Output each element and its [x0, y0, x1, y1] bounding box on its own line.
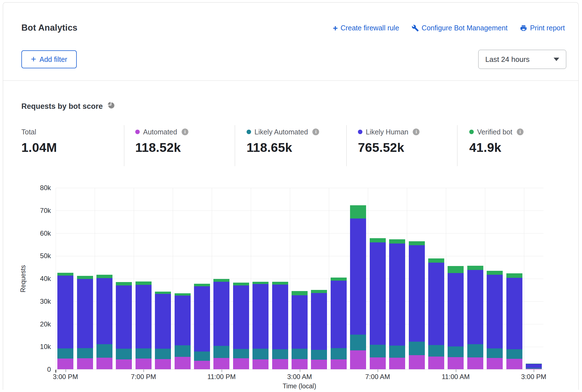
bar-group[interactable] — [446, 188, 465, 369]
bar-segment-likely-human — [292, 295, 308, 349]
bar-group[interactable] — [114, 188, 134, 369]
stacked-bar — [526, 364, 542, 369]
bar-segment-verified-bot — [428, 258, 444, 263]
bar-group[interactable] — [504, 188, 524, 369]
bar-segment-automated — [487, 358, 503, 369]
bar-segment-likely-automated — [467, 344, 483, 357]
bar-segment-likely-human — [96, 278, 112, 344]
x-tick-mark — [66, 370, 66, 372]
bar-segment-likely-automated — [487, 348, 503, 358]
bar-group[interactable] — [427, 188, 446, 369]
bar-segment-verified-bot — [272, 282, 288, 285]
bar-segment-automated — [389, 358, 405, 369]
bar-group[interactable] — [270, 188, 290, 369]
y-axis-title: Requests — [19, 245, 27, 312]
info-icon[interactable]: i — [413, 129, 419, 135]
bar-segment-verified-bot — [233, 283, 249, 286]
bar-segment-likely-automated — [136, 348, 152, 359]
bar-group[interactable] — [524, 188, 543, 369]
bar-segment-likely-human — [77, 279, 93, 348]
create-firewall-rule-label: Create firewall rule — [340, 24, 399, 32]
print-report-link[interactable]: Print report — [520, 24, 565, 32]
bar-segment-likely-human — [194, 286, 210, 352]
bar-group[interactable] — [290, 188, 309, 369]
bar-group[interactable] — [407, 188, 426, 369]
bar-group[interactable] — [329, 188, 348, 369]
stacked-bar — [155, 292, 171, 369]
stat-label: Automated — [143, 128, 177, 136]
bar-group[interactable] — [95, 188, 114, 369]
y-tick-label: 40k — [33, 275, 51, 283]
bar-group[interactable] — [192, 188, 212, 369]
section-heading: Requests by bot score — [21, 102, 115, 111]
bar-group[interactable] — [309, 188, 329, 369]
bar-segment-automated — [428, 357, 444, 369]
bar-segment-verified-bot — [467, 266, 483, 270]
bar-segment-likely-automated — [389, 346, 405, 358]
stat-total: Total 1.04M — [21, 127, 57, 155]
stacked-bar — [370, 238, 386, 369]
bar-group[interactable] — [231, 188, 251, 369]
bar-group[interactable] — [251, 188, 270, 369]
stat-divider — [235, 125, 235, 166]
bar-group[interactable] — [387, 188, 407, 369]
pie-chart-icon — [107, 102, 115, 111]
bar-segment-likely-human — [506, 278, 522, 349]
bar-segment-automated — [136, 359, 152, 369]
bar-segment-likely-automated — [292, 349, 308, 359]
stacked-bar — [252, 282, 269, 369]
stacked-bar — [175, 293, 191, 369]
y-tick-label: 80k — [33, 184, 51, 192]
plus-icon: + — [31, 56, 36, 62]
stat-label: Likely Human — [366, 128, 408, 136]
bar-segment-verified-bot — [331, 278, 347, 281]
bar-segment-verified-bot — [96, 275, 112, 278]
stacked-bar — [57, 273, 73, 369]
x-tick-mark — [143, 370, 144, 372]
section-heading-label: Requests by bot score — [21, 102, 103, 111]
bar-group[interactable] — [134, 188, 153, 369]
bar-group[interactable] — [75, 188, 94, 369]
bar-group[interactable] — [212, 188, 231, 369]
likely-human-legend-dot — [358, 130, 362, 134]
bar-group[interactable] — [153, 188, 173, 369]
bar-group[interactable] — [485, 188, 504, 369]
bar-segment-likely-human — [389, 244, 405, 346]
add-filter-button[interactable]: + Add filter — [21, 50, 77, 68]
bar-group[interactable] — [466, 188, 485, 369]
bar-group[interactable] — [56, 188, 75, 369]
stacked-bar — [311, 290, 327, 369]
chevron-down-icon — [554, 58, 559, 61]
stat-label: Total — [21, 128, 36, 136]
create-firewall-rule-link[interactable]: + Create firewall rule — [333, 24, 399, 32]
bar-segment-verified-bot — [116, 282, 132, 285]
stat-label: Verified bot — [477, 128, 512, 136]
bar-segment-likely-human — [213, 282, 229, 346]
time-range-select[interactable]: Last 24 hours — [478, 50, 566, 69]
bar-segment-likely-human — [252, 284, 269, 348]
bar-segment-likely-human — [487, 275, 503, 348]
bar-group[interactable] — [348, 188, 368, 369]
x-tick-mark — [534, 370, 534, 372]
bar-segment-automated — [194, 361, 210, 369]
info-icon[interactable]: i — [182, 129, 188, 135]
x-axis-title: Time (local) — [283, 382, 316, 390]
bar-segment-likely-automated — [116, 349, 132, 359]
bar-segment-verified-bot — [389, 239, 405, 244]
bar-segment-likely-automated — [175, 345, 191, 357]
stat-verified-bot: Verified bot i 41.9k — [469, 127, 524, 155]
bot-analytics-card: Bot Analytics + Create firewall rule Con… — [3, 2, 579, 390]
bar-segment-verified-bot — [194, 284, 210, 286]
info-icon[interactable]: i — [517, 129, 524, 135]
x-tick-label: 7:00 AM — [365, 373, 390, 381]
stacked-bar — [506, 273, 522, 369]
bar-group[interactable] — [173, 188, 192, 369]
x-tick-label: 7:00 PM — [131, 373, 156, 381]
info-icon[interactable]: i — [312, 129, 319, 135]
bar-segment-likely-automated — [213, 346, 229, 358]
bar-group[interactable] — [368, 188, 387, 369]
bar-segment-verified-bot — [409, 241, 425, 245]
configure-bot-management-link[interactable]: Configure Bot Management — [412, 24, 508, 32]
bar-segment-likely-automated — [331, 348, 347, 359]
x-tick-label: 3:00 PM — [521, 373, 546, 381]
